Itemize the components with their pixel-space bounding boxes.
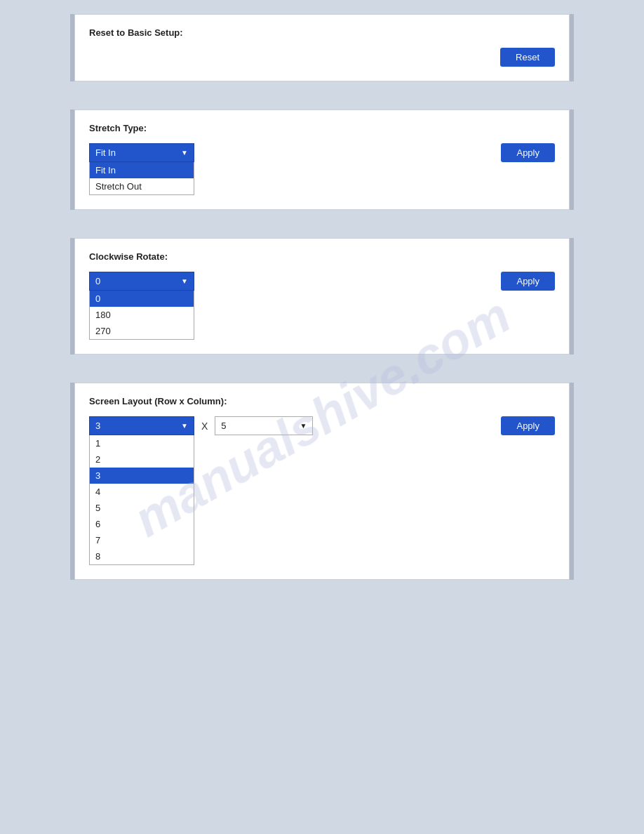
rotate-trigger[interactable]: 0 ▼ <box>89 272 194 291</box>
layout-row-trigger[interactable]: 3 ▼ <box>89 416 194 435</box>
layout-row-option-2[interactable]: 2 <box>90 451 194 468</box>
layout-section-title: Screen Layout (Row x Column): <box>89 396 555 406</box>
layout-section-card: Screen Layout (Row x Column): 3 ▼ 1 2 3 … <box>74 383 570 580</box>
stretch-type-trigger[interactable]: Fit In ▼ <box>89 143 194 162</box>
layout-row-option-8[interactable]: 8 <box>90 548 194 564</box>
page-container: Reset to Basic Setup: Reset Stretch Type… <box>0 0 644 594</box>
rotate-arrow-icon: ▼ <box>181 277 188 285</box>
layout-apply-button[interactable]: Apply <box>501 416 555 435</box>
layout-row-dropdown[interactable]: 3 ▼ 1 2 3 4 5 6 7 8 <box>89 416 194 565</box>
layout-col-arrow-icon: ▼ <box>300 422 307 430</box>
rotate-selected-value: 0 <box>95 276 100 286</box>
layout-row-option-1[interactable]: 1 <box>90 435 194 451</box>
rotate-dropdown-list: 0 180 270 <box>89 291 194 340</box>
layout-col-trigger[interactable]: 5 ▼ <box>215 416 313 435</box>
rotate-dropdown[interactable]: 0 ▼ 0 180 270 <box>89 272 194 340</box>
layout-controls-row: 3 ▼ 1 2 3 4 5 6 7 8 X <box>89 416 555 565</box>
layout-row-option-5[interactable]: 5 <box>90 500 194 516</box>
reset-button[interactable]: Reset <box>500 48 555 67</box>
layout-row-arrow-icon: ▼ <box>181 422 188 430</box>
rotate-option-0[interactable]: 0 <box>90 291 194 307</box>
right-bar-reset <box>570 14 574 81</box>
stretch-section-wrapper: Stretch Type: Fit In ▼ Fit In Stretch Ou… <box>0 110 644 210</box>
right-bar-stretch <box>570 110 574 210</box>
rotate-option-180[interactable]: 180 <box>90 307 194 323</box>
layout-col-selected-value: 5 <box>221 421 226 431</box>
rotate-apply-button[interactable]: Apply <box>501 272 555 291</box>
right-bar-layout <box>570 383 574 580</box>
rotate-option-270[interactable]: 270 <box>90 323 194 339</box>
stretch-section-title: Stretch Type: <box>89 123 555 133</box>
layout-row-option-6[interactable]: 6 <box>90 516 194 532</box>
reset-row: Reset <box>89 48 555 67</box>
right-bar-rotate <box>570 238 574 355</box>
reset-section-wrapper: Reset to Basic Setup: Reset <box>0 14 644 81</box>
stretch-type-selected-value: Fit In <box>95 147 116 158</box>
layout-row-dropdown-list: 1 2 3 4 5 6 7 8 <box>89 435 194 565</box>
stretch-option-fit-in[interactable]: Fit In <box>90 162 194 178</box>
layout-row-option-7[interactable]: 7 <box>90 532 194 548</box>
rotate-controls-row: 0 ▼ 0 180 270 Apply <box>89 272 555 340</box>
layout-section-wrapper: Screen Layout (Row x Column): 3 ▼ 1 2 3 … <box>0 383 644 580</box>
rotate-section-card: Clockwise Rotate: 0 ▼ 0 180 270 Apply <box>74 238 570 355</box>
stretch-type-arrow-icon: ▼ <box>181 149 188 157</box>
rotate-section-wrapper: Clockwise Rotate: 0 ▼ 0 180 270 Apply <box>0 238 644 355</box>
x-separator-label: X <box>201 416 208 432</box>
layout-row-option-3[interactable]: 3 <box>90 468 194 484</box>
rotate-section-title: Clockwise Rotate: <box>89 251 555 262</box>
reset-section-title: Reset to Basic Setup: <box>89 27 555 38</box>
stretch-section-card: Stretch Type: Fit In ▼ Fit In Stretch Ou… <box>74 110 570 210</box>
layout-row-option-4[interactable]: 4 <box>90 484 194 500</box>
layout-col-dropdown[interactable]: 5 ▼ <box>215 416 313 435</box>
layout-row-selected-value: 3 <box>95 421 100 431</box>
stretch-type-dropdown[interactable]: Fit In ▼ Fit In Stretch Out <box>89 143 194 195</box>
reset-section-card: Reset to Basic Setup: Reset <box>74 14 570 81</box>
stretch-controls-row: Fit In ▼ Fit In Stretch Out Apply <box>89 143 555 195</box>
stretch-option-stretch-out[interactable]: Stretch Out <box>90 178 194 194</box>
stretch-type-dropdown-list: Fit In Stretch Out <box>89 162 194 195</box>
stretch-apply-button[interactable]: Apply <box>501 143 555 162</box>
